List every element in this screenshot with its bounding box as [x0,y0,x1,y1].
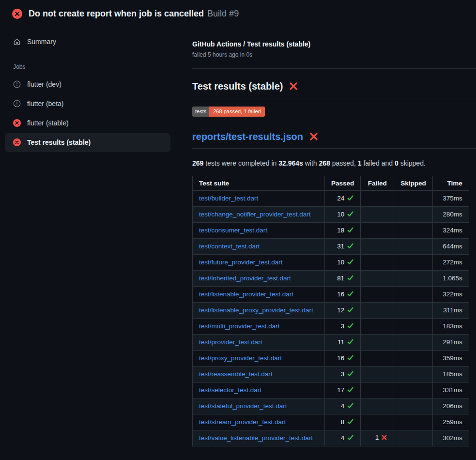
sidebar-job-item[interactable]: Test results (stable) [5,133,170,152]
check-icon [347,242,354,251]
cell-test-suite: test/inherited_provider_test.dart [193,270,325,286]
passed-count: 24 [337,195,344,202]
cell-test-suite: test/stream_provider_test.dart [193,414,325,430]
passed-count: 4 [341,402,345,410]
cell-passed: 31 [325,238,361,254]
sidebar-item-label: flutter (stable) [27,119,69,127]
table-row: test/proxy_provider_test.dart16359ms [193,350,469,366]
cell-time: 183ms [432,318,469,334]
sidebar-item-summary[interactable]: Summary [5,32,170,51]
table-row: test/stream_provider_test.dart8259ms [193,414,469,430]
jobs-heading: Jobs [0,52,180,75]
sidebar-job-item[interactable]: flutter (dev) [5,75,170,93]
passed-count: 16 [337,291,344,298]
cell-time: 1.065s [432,270,469,286]
test-suite-link[interactable]: test/listenable_provider_test.dart [199,291,293,298]
passed-count: 81 [337,275,344,282]
main-content: GitHub Actions / Test results (stable) f… [180,26,476,446]
section-title: Test results (stable) [192,81,476,98]
check-icon [347,210,354,219]
passed-count: 18 [337,227,344,234]
test-suite-link[interactable]: test/consumer_test.dart [199,227,267,234]
cell-skipped [394,270,433,286]
cell-skipped [394,286,433,302]
table-row: test/change_notifier_provider_test.dart1… [193,206,469,222]
test-suite-link[interactable]: test/selector_test.dart [199,386,261,394]
cell-failed [361,334,394,350]
test-suite-link[interactable]: test/value_listenable_provider_test.dart [199,434,313,442]
cell-passed: 3 [325,366,361,382]
divider [192,68,476,69]
report-title: reports/test-results.json [192,131,476,149]
cell-test-suite: test/reassemble_test.dart [193,366,325,382]
summary-line: 269 tests were completed in 32.964s with… [192,159,476,167]
cell-time: 359ms [432,350,469,366]
col-header-passed: Passed [325,176,361,190]
cancelled-icon [13,80,21,88]
cell-test-suite: test/selector_test.dart [193,382,325,398]
test-suite-link[interactable]: test/builder_test.dart [199,195,258,202]
sidebar-job-item[interactable]: flutter (beta) [5,94,170,113]
cell-passed: 4 [325,398,361,414]
cell-passed: 10 [325,206,361,222]
cell-passed: 8 [325,414,361,430]
cell-passed: 24 [325,190,361,206]
cell-time: 259ms [432,414,469,430]
test-suite-link[interactable]: test/inherited_provider_test.dart [199,275,291,282]
test-suite-link[interactable]: test/future_provider_test.dart [199,259,283,266]
table-row: test/context_test.dart31644ms [193,238,469,254]
report-file-link[interactable]: reports/test-results.json [192,131,303,142]
table-row: test/listenable_provider_test.dart16322m… [193,286,469,302]
table-row: test/value_listenable_provider_test.dart… [193,430,469,446]
test-suite-link[interactable]: test/stream_provider_test.dart [199,418,286,426]
summary-segment: with [303,159,319,167]
test-suite-link[interactable]: test/stateful_provider_test.dart [199,402,287,410]
cell-skipped [394,238,433,254]
cell-failed [361,382,394,398]
cell-passed: 18 [325,222,361,238]
build-name: Do not create report when job is cancell… [29,9,204,18]
test-suite-link[interactable]: test/listenable_proxy_provider_test.dart [199,307,313,314]
test-suite-link[interactable]: test/context_test.dart [199,243,260,250]
table-row: test/consumer_test.dart18324ms [193,222,469,238]
cell-passed: 17 [325,382,361,398]
summary-segment: tests were completed in [203,159,278,167]
passed-count: 3 [341,322,345,330]
test-suite-link[interactable]: test/reassemble_test.dart [199,370,273,378]
check-icon [347,402,354,411]
test-suite-link[interactable]: test/change_notifier_provider_test.dart [199,211,310,218]
badge-value: 268 passed, 1 failed [209,107,264,117]
summary-segment: 269 [192,159,203,167]
passed-count: 12 [337,307,344,314]
jobs-list: flutter (dev)flutter (beta)flutter (stab… [0,75,180,152]
build-header: Do not create report when job is cancell… [0,0,476,26]
check-icon [347,258,354,267]
cell-passed: 12 [325,302,361,318]
sidebar-job-item[interactable]: flutter (stable) [5,114,170,132]
cell-failed [361,222,394,238]
cell-passed: 3 [325,318,361,334]
check-icon [347,226,354,235]
table-row: test/future_provider_test.dart10272ms [193,254,469,270]
test-suite-link[interactable]: test/multi_provider_test.dart [199,322,280,330]
cell-skipped [394,222,433,238]
red-cross-icon [289,81,298,91]
cell-time: 280ms [432,206,469,222]
cell-time: 375ms [432,190,469,206]
cell-time: 331ms [432,382,469,398]
summary-segment: failed and [362,159,395,167]
cell-time: 185ms [432,366,469,382]
failed-count: 1 [375,434,379,441]
breadcrumb: GitHub Actions / Test results (stable) [192,40,476,48]
badge-label: tests [192,107,209,117]
cell-failed [361,206,394,222]
failed-icon [13,119,21,127]
check-icon [347,322,354,331]
test-suite-link[interactable]: test/proxy_provider_test.dart [199,354,282,362]
test-suite-link[interactable]: test/provider_test.dart [199,338,262,346]
cell-test-suite: test/future_provider_test.dart [193,254,325,270]
cell-time: 272ms [432,254,469,270]
col-header-time: Time [432,176,469,190]
check-icon [347,194,354,203]
cell-skipped [394,190,433,206]
